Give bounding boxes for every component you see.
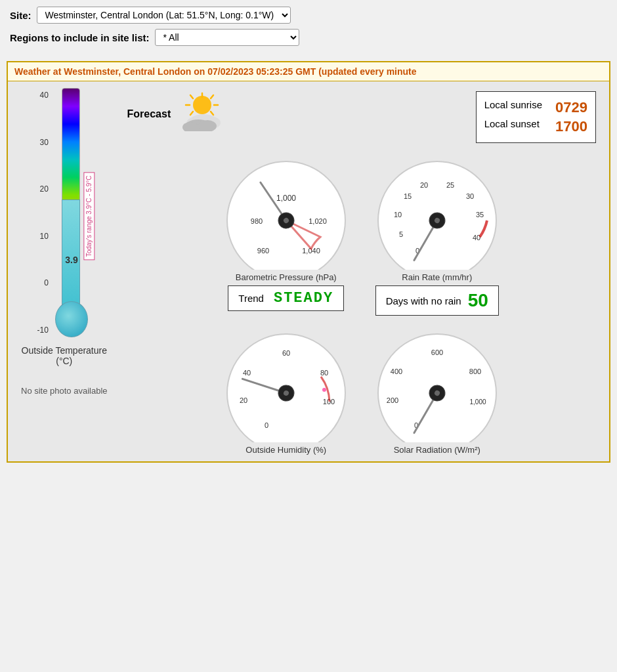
regions-select[interactable]: * All: [155, 29, 299, 46]
trend-label: Trend: [238, 293, 264, 304]
svg-text:30: 30: [466, 192, 474, 200]
sunrise-row: Local sunrise 0729: [484, 99, 587, 116]
weather-header: Weather at Westminster, Central London o…: [8, 62, 609, 81]
barometric-gauge-col: 1,000 980 1,020 960 1,040: [214, 152, 358, 316]
sunrise-label: Local sunrise: [484, 99, 542, 116]
solar-gauge-col: 0 200 400 600 800 1,000 Solar Radia: [365, 324, 509, 455]
regions-row: Regions to include in site list: * All: [10, 29, 607, 46]
svg-text:35: 35: [476, 211, 484, 219]
solar-gauge: 0 200 400 600 800 1,000: [365, 324, 509, 442]
site-select[interactable]: Westminster, Central London (Lat: 51.5°N…: [37, 7, 291, 24]
site-row: Site: Westminster, Central London (Lat: …: [10, 7, 607, 24]
barometric-label: Barometric Pressure (hPa): [236, 272, 337, 282]
solar-label: Solar Radiation (W/m²): [394, 445, 480, 455]
svg-text:400: 400: [391, 368, 402, 375]
scale-10: 10: [37, 232, 49, 240]
svg-line-7: [190, 112, 193, 115]
svg-text:60: 60: [282, 349, 290, 357]
trend-value: STEADY: [274, 290, 333, 306]
svg-text:20: 20: [420, 181, 428, 189]
svg-point-44: [322, 388, 326, 392]
svg-text:5: 5: [399, 230, 403, 238]
humidity-gauge: 0 20 40 60 80 100: [214, 324, 358, 442]
no-rain-label: Days with no rain: [386, 295, 461, 306]
scale-neg10: -10: [37, 326, 49, 334]
svg-text:600: 600: [431, 348, 443, 356]
svg-line-4: [211, 112, 213, 115]
svg-text:960: 960: [257, 247, 269, 255]
svg-line-2: [211, 95, 213, 98]
regions-label: Regions to include in site list:: [10, 32, 150, 43]
svg-text:40: 40: [473, 234, 480, 242]
sunset-value: 1700: [555, 118, 587, 135]
no-photo-label: No site photo available: [21, 386, 108, 396]
sunrise-value: 0729: [555, 99, 587, 116]
svg-text:80: 80: [320, 369, 328, 377]
thermometer-wrapper: Today's range 3.9°C - 5.9°C 40 30 20 10 …: [37, 88, 91, 337]
temperature-label: Outside Temperature (°C): [22, 345, 107, 366]
scale-30: 30: [37, 138, 49, 146]
thermo-bulb: [55, 301, 88, 337]
sun-times-box: Local sunrise 0729 Local sunset 1700: [476, 91, 596, 143]
weather-panel: Weather at Westminster, Central London o…: [7, 61, 610, 463]
svg-text:15: 15: [404, 192, 412, 200]
sunset-label: Local sunset: [484, 118, 540, 135]
thermometer-column: Today's range 3.9°C - 5.9°C 40 30 20 10 …: [14, 88, 114, 455]
trend-box: Trend STEADY: [228, 285, 344, 311]
rain-gauge-col: 0 5 10 15 20 25 30 35 40: [365, 152, 509, 316]
rain-label: Rain Rate (mm/hr): [402, 272, 472, 282]
svg-text:980: 980: [251, 217, 263, 225]
svg-point-0: [193, 96, 211, 114]
sunset-row: Local sunset 1700: [484, 118, 587, 135]
svg-text:1,000: 1,000: [276, 194, 296, 203]
svg-text:20: 20: [240, 396, 247, 404]
temperature-value: 3.9: [65, 255, 77, 265]
svg-text:0: 0: [265, 421, 268, 429]
thermometer-body: 3.9: [52, 88, 91, 337]
svg-line-5: [190, 95, 193, 98]
forecast-row: Forecast: [127, 92, 230, 136]
scale-20: 20: [37, 185, 49, 193]
svg-text:200: 200: [387, 396, 398, 404]
humidity-label: Outside Humidity (%): [245, 445, 326, 455]
svg-text:10: 10: [394, 211, 402, 219]
barometric-gauge: 1,000 980 1,020 960 1,040: [214, 152, 358, 270]
svg-text:800: 800: [469, 368, 481, 375]
scale-40: 40: [37, 91, 49, 99]
humidity-gauge-col: 0 20 40 60 80 100: [214, 324, 358, 455]
no-rain-box: Days with no rain 50: [375, 285, 499, 316]
forecast-label: Forecast: [127, 108, 171, 120]
rain-gauge: 0 5 10 15 20 25 30 35 40: [365, 152, 509, 270]
svg-text:40: 40: [243, 369, 251, 377]
no-rain-value: 50: [468, 290, 488, 311]
site-label: Site:: [10, 10, 32, 21]
scale-0: 0: [37, 279, 49, 287]
thermo-scale: 40 30 20 10 0 -10: [37, 88, 49, 337]
svg-text:25: 25: [446, 181, 454, 189]
top-controls: Site: Westminster, Central London (Lat: …: [0, 0, 617, 58]
forecast-icon: [177, 92, 230, 136]
svg-text:1,000: 1,000: [469, 398, 486, 406]
svg-text:1,020: 1,020: [308, 217, 327, 225]
